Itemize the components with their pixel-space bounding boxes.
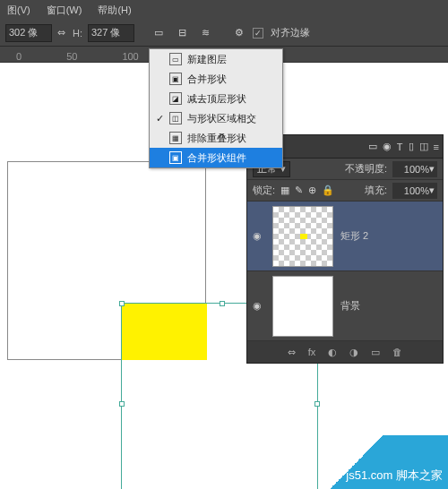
- layer-name[interactable]: 矩形 2: [340, 229, 368, 243]
- menu-intersect[interactable]: ✓◫与形状区域相交: [150, 108, 282, 128]
- subtract-icon: ◪: [169, 92, 182, 105]
- lock-transparent-icon[interactable]: ▦: [280, 184, 289, 196]
- align-edges-checkbox[interactable]: [253, 28, 263, 39]
- filter-smart-icon[interactable]: ◫: [419, 141, 428, 152]
- new-layer-icon[interactable]: ▭: [371, 347, 380, 358]
- watermark: js51.com 脚本之家: [305, 435, 448, 489]
- menu-window[interactable]: 窗口(W): [47, 4, 82, 17]
- menubar: 图(V) 窗口(W) 帮助(H): [0, 0, 448, 20]
- exclude-icon: ▦: [169, 132, 182, 144]
- adjustment-icon[interactable]: ◑: [349, 347, 358, 358]
- ruler-tick: 50: [66, 51, 77, 62]
- menu-combine[interactable]: ▣合并形状: [150, 69, 282, 89]
- handle-e[interactable]: [314, 401, 320, 407]
- lock-pixels-icon[interactable]: ✎: [295, 184, 303, 196]
- options-bar: 302 像 ⇔ H: 327 像 ▭ ⊟ ≋ ⚙ 对齐边缘: [0, 20, 448, 47]
- pathop-icon[interactable]: ▭: [149, 23, 168, 43]
- lock-row: 锁定: ▦ ✎ ⊕ 🔒 填充: 100%▾: [247, 180, 443, 202]
- layer-background[interactable]: ◉ 背景: [247, 271, 443, 341]
- fill-input[interactable]: 100%▾: [392, 183, 437, 199]
- combine-icon: ▣: [169, 73, 182, 85]
- new-layer-icon: ▭: [169, 53, 182, 65]
- visibility-icon[interactable]: ◉: [253, 300, 265, 312]
- height-input[interactable]: 327 像: [88, 24, 134, 42]
- menu-label: 合并形状: [187, 73, 227, 86]
- align-icon[interactable]: ⊟: [172, 23, 192, 43]
- layer-name[interactable]: 背景: [340, 299, 360, 313]
- opacity-label: 不透明度:: [345, 162, 387, 176]
- layer-thumbnail[interactable]: [272, 206, 333, 267]
- menu-label: 合并形状组件: [187, 151, 246, 165]
- intersect-icon: ◫: [169, 112, 182, 124]
- delete-icon[interactable]: 🗑: [392, 347, 402, 357]
- filter-adjust-icon[interactable]: ◉: [383, 141, 392, 152]
- layers-footer: ⇔ fx ◐ ◑ ▭ 🗑: [247, 341, 443, 363]
- menu-help[interactable]: 帮助(H): [98, 4, 131, 17]
- filter-shape-icon[interactable]: ▯: [409, 141, 414, 152]
- lock-position-icon[interactable]: ⊕: [308, 184, 316, 196]
- opacity-input[interactable]: 100%▾: [392, 161, 437, 177]
- menu-exclude[interactable]: ▦排除重叠形状: [150, 128, 282, 148]
- link-icon[interactable]: ⇔: [57, 27, 65, 39]
- width-input[interactable]: 302 像: [5, 24, 52, 42]
- link-layers-icon[interactable]: ⇔: [288, 347, 296, 358]
- menu-label: 与形状区域相交: [187, 112, 256, 125]
- ruler-tick: 0: [16, 51, 22, 62]
- menu-label: 排除重叠形状: [187, 132, 246, 145]
- lock-label: 锁定:: [253, 184, 275, 197]
- height-label: H:: [73, 28, 82, 39]
- arrange-icon[interactable]: ≋: [195, 23, 215, 43]
- ruler-tick: 100: [122, 51, 138, 62]
- layer-thumbnail[interactable]: [272, 276, 333, 337]
- filter-pixel-icon[interactable]: ▭: [368, 141, 377, 152]
- filter-type-icon[interactable]: T: [397, 142, 403, 152]
- merge-icon: ▣: [169, 151, 182, 164]
- pathop-dropdown-menu: ▭新建图层 ▣合并形状 ◪减去顶层形状 ✓◫与形状区域相交 ▦排除重叠形状 ▣合…: [149, 48, 283, 168]
- handle-nw[interactable]: [119, 301, 125, 306]
- handle-w[interactable]: [119, 401, 125, 407]
- mask-icon[interactable]: ◐: [328, 347, 337, 358]
- fx-icon[interactable]: fx: [308, 347, 316, 357]
- lock-all-icon[interactable]: 🔒: [322, 184, 334, 196]
- panel-menu-icon[interactable]: ≡: [434, 142, 439, 152]
- fill-label: 填充:: [365, 184, 387, 197]
- visibility-icon[interactable]: ◉: [253, 230, 265, 242]
- handle-n[interactable]: [220, 301, 225, 306]
- layer-rect2[interactable]: ◉ 矩形 2: [247, 202, 443, 271]
- menu-merge-components[interactable]: ▣合并形状组件: [150, 148, 282, 167]
- gear-icon[interactable]: ⚙: [229, 23, 249, 43]
- align-edges-label: 对齐边缘: [271, 26, 310, 39]
- menu-label: 减去顶层形状: [187, 92, 246, 106]
- menu-subtract[interactable]: ◪减去顶层形状: [150, 89, 282, 108]
- layers-panel: ⯆ ▭ ◉ T ▯ ◫ ≡ 正常▾ 不透明度: 100%▾ 锁定: ▦ ✎ ⊕ …: [246, 134, 444, 364]
- menu-label: 新建图层: [187, 53, 227, 66]
- menu-view[interactable]: 图(V): [7, 4, 30, 17]
- menu-new-layer[interactable]: ▭新建图层: [150, 49, 282, 69]
